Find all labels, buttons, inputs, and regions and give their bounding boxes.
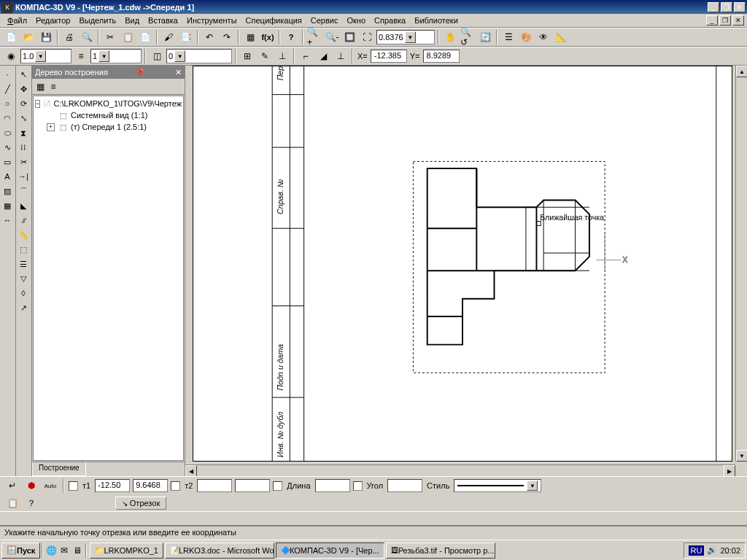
scale-tool[interactable]: ⤡ bbox=[16, 111, 31, 125]
menu-window[interactable]: Окно bbox=[342, 15, 370, 26]
snap-perp-button[interactable]: ⊥ bbox=[333, 48, 349, 64]
break-tool[interactable]: ⫽ bbox=[16, 213, 31, 228]
t2-x-field[interactable] bbox=[197, 479, 232, 492]
menu-help[interactable]: Справка bbox=[370, 15, 410, 26]
scale-combo[interactable]: 1.0▼ bbox=[20, 49, 71, 63]
paste-button[interactable]: 📄 bbox=[137, 29, 153, 45]
scroll-up-button[interactable]: ▲ bbox=[736, 66, 747, 77]
tree-close-button[interactable]: ✕ bbox=[175, 68, 182, 77]
lang-indicator[interactable]: RU bbox=[689, 545, 705, 556]
prop-btn2[interactable]: ？ bbox=[23, 495, 39, 511]
clock[interactable]: 20:02 bbox=[720, 546, 740, 555]
vertical-scrollbar[interactable]: ▲ ▼ bbox=[735, 66, 747, 462]
drawing-canvas[interactable]: Перв. п Справ. № Подп и дата Инв. № дубл bbox=[185, 66, 747, 476]
open-button[interactable]: 📂 bbox=[20, 29, 36, 45]
layer-combo[interactable]: 0▼ bbox=[166, 49, 232, 63]
pan-button[interactable]: ✋ bbox=[442, 29, 458, 45]
line-tool[interactable]: ╱ bbox=[0, 82, 15, 96]
circle-tool[interactable]: ○ bbox=[0, 96, 15, 111]
scroll-down-button[interactable]: ▼ bbox=[736, 450, 747, 462]
horizontal-scrollbar[interactable]: ◀ ▶ bbox=[185, 464, 735, 476]
zoom-combo[interactable]: 0.8376▼ bbox=[376, 30, 435, 44]
table-tool[interactable]: ▦ bbox=[0, 198, 15, 213]
snap-mid-button[interactable]: ◢ bbox=[315, 48, 331, 64]
zoom-prev-button[interactable]: 🔍↺ bbox=[460, 29, 476, 45]
menu-libs[interactable]: Библиотеки bbox=[410, 15, 462, 26]
manager-button[interactable]: ▦ bbox=[242, 29, 258, 45]
menu-file[interactable]: ФФайлайл bbox=[3, 15, 31, 26]
copy-props-button[interactable]: 🖌 bbox=[160, 29, 177, 45]
menu-service[interactable]: Сервис bbox=[306, 15, 343, 26]
hatch-tool[interactable]: ▨ bbox=[0, 184, 15, 198]
save-button[interactable]: 💾 bbox=[38, 29, 54, 45]
redraw-button[interactable]: 🔄 bbox=[477, 29, 493, 45]
auto-button[interactable]: Auto bbox=[42, 478, 58, 494]
task-folder[interactable]: 📁 LRKOMPKO_1 bbox=[90, 542, 163, 559]
quicklaunch-3[interactable]: 🖥 bbox=[71, 544, 84, 557]
tree-btn2[interactable]: ≡ bbox=[47, 80, 60, 93]
select-tool[interactable]: ↖ bbox=[16, 67, 31, 82]
t1-y-field[interactable]: 9.6468 bbox=[133, 479, 168, 492]
t2-y-field[interactable] bbox=[235, 479, 270, 492]
array-tool[interactable]: ⁞⁞ bbox=[16, 140, 31, 155]
mdi-restore-button[interactable]: ❐ bbox=[719, 15, 731, 26]
render-button[interactable]: 🎨 bbox=[518, 29, 534, 45]
angle-field[interactable] bbox=[387, 479, 422, 492]
start-button[interactable]: 🪟 Пуск bbox=[1, 542, 40, 559]
style-combo[interactable]: ▼ bbox=[454, 479, 541, 492]
tab-segment[interactable]: ↘ Отрезок bbox=[115, 497, 166, 510]
help-context-button[interactable]: ? bbox=[283, 29, 299, 45]
menu-edit[interactable]: Редактор bbox=[31, 15, 74, 26]
menu-tools[interactable]: Инструменты bbox=[182, 15, 241, 26]
volume-icon[interactable]: 🔊 bbox=[707, 545, 717, 555]
copy-button[interactable]: 📋 bbox=[120, 29, 136, 45]
stop-button[interactable]: ⬢ bbox=[23, 478, 39, 494]
layer-icon[interactable]: ≡ bbox=[73, 48, 89, 64]
menu-select[interactable]: Выделить bbox=[74, 15, 120, 26]
tree-btn1[interactable]: ▦ bbox=[34, 80, 47, 93]
quicklaunch-1[interactable]: 🌐 bbox=[44, 544, 58, 557]
snap-grid-button[interactable]: ⊞ bbox=[239, 48, 255, 64]
cut-button[interactable]: ✂ bbox=[102, 29, 118, 45]
zoom-fit-button[interactable]: ⛶ bbox=[359, 29, 375, 45]
tree-item-system-view[interactable]: ⬚ Системный вид (1:1) bbox=[35, 109, 182, 121]
ellipse-tool[interactable]: ⬭ bbox=[0, 125, 15, 140]
drawing-paper[interactable]: Перв. п Справ. № Подп и дата Инв. № дубл bbox=[193, 66, 732, 462]
collapse-icon[interactable]: − bbox=[35, 100, 40, 108]
angle-checkbox[interactable] bbox=[353, 481, 363, 491]
prop-btn1[interactable]: 📋 bbox=[4, 495, 20, 511]
zoom-out-button[interactable]: 🔍- bbox=[324, 29, 340, 45]
scroll-right-button[interactable]: ▶ bbox=[724, 465, 735, 476]
zoom-in-button[interactable]: 🔍+ bbox=[306, 29, 322, 45]
spline-tool[interactable]: ∿ bbox=[0, 140, 15, 155]
apply-button[interactable]: ↵ bbox=[4, 478, 20, 494]
tree-item-front[interactable]: + ⬚ (т) Спереди 1 (2.5:1) bbox=[35, 121, 182, 133]
length-field[interactable] bbox=[315, 479, 350, 492]
scroll-left-button[interactable]: ◀ bbox=[185, 465, 197, 476]
tree-pin-icon[interactable]: 📌 bbox=[134, 68, 144, 77]
dim-tool[interactable]: ↔ bbox=[0, 213, 15, 228]
mirror-tool[interactable]: ⧗ bbox=[16, 125, 31, 140]
params-tool[interactable]: ⬚ bbox=[16, 242, 31, 257]
measure-tool[interactable]: 📏 bbox=[16, 228, 31, 242]
task-kompas[interactable]: 🔷 КОМПАС-3D V9 - [Чер... bbox=[276, 542, 384, 559]
redo-button[interactable]: ↷ bbox=[219, 29, 235, 45]
restore-button[interactable]: ❐ bbox=[721, 2, 732, 12]
snap-toggle-button[interactable]: ✎ bbox=[257, 48, 273, 64]
close-button[interactable]: ✕ bbox=[734, 2, 746, 12]
t1-x-field[interactable]: -12.50 bbox=[95, 479, 130, 492]
rect-tool[interactable]: ▭ bbox=[0, 155, 15, 169]
mdi-close-button[interactable]: ✕ bbox=[732, 15, 744, 26]
t1-checkbox[interactable] bbox=[69, 481, 78, 491]
base-tool[interactable]: ◊ bbox=[16, 286, 31, 300]
expand-icon[interactable]: + bbox=[47, 123, 55, 131]
system-tray[interactable]: RU 🔊 20:02 bbox=[684, 542, 746, 559]
tree-root[interactable]: − 📄 C:\LRKOMPKO_1\ITOG\V9\Чертеж bbox=[35, 98, 182, 109]
preview-button[interactable]: 🔍 bbox=[79, 29, 95, 45]
view-combo[interactable]: 1▼ bbox=[90, 49, 142, 63]
point-tool[interactable]: · bbox=[0, 67, 15, 82]
chamfer-tool[interactable]: ◣ bbox=[16, 198, 31, 213]
props-button[interactable]: 📑 bbox=[178, 29, 194, 45]
ortho-button[interactable]: ⊥ bbox=[274, 48, 290, 64]
length-checkbox[interactable] bbox=[273, 481, 282, 491]
